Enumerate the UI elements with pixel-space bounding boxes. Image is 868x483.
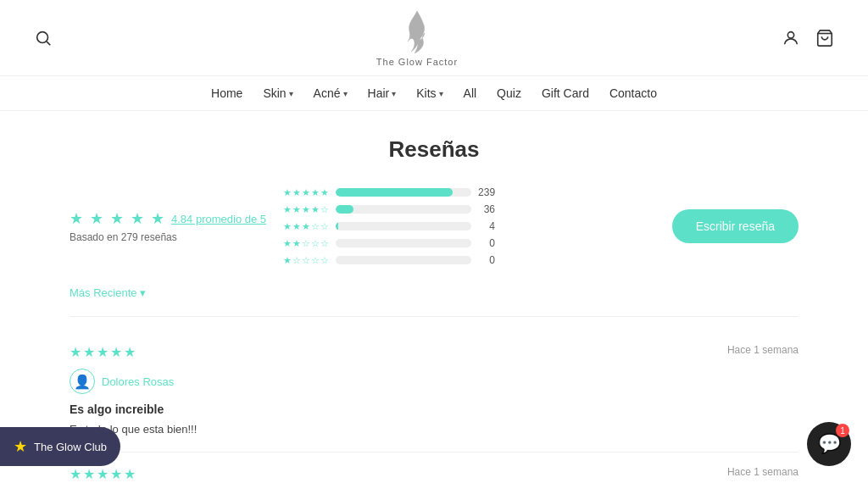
star-icon: ★ — [292, 187, 301, 198]
star-2: ★ — [90, 209, 103, 228]
review-body: Es todo lo que esta bien!!! — [70, 421, 798, 438]
chat-widget[interactable]: 💬 1 — [807, 422, 851, 466]
reviewer-info: ★★★★★ 👤 Dolores Rosas — [70, 344, 174, 394]
star-icon: ★ — [283, 187, 292, 198]
write-review-section: Escribir reseña — [672, 209, 798, 243]
review-date: Hace 1 semana — [727, 466, 798, 478]
star-icon: ★ — [110, 344, 122, 360]
star-icon: ★ — [70, 466, 81, 482]
rating-bar-row-4: ★★★★☆36 — [283, 203, 655, 215]
based-on-text: Basado en 279 reseñas — [70, 231, 266, 243]
chevron-down-icon: ▾ — [343, 89, 348, 98]
glow-club-widget[interactable]: ★ The Glow Club — [0, 427, 120, 466]
search-icon[interactable] — [34, 29, 53, 47]
star-icon: ☆ — [311, 238, 320, 249]
chevron-down-icon: ▾ — [392, 89, 396, 98]
nav-item-hair[interactable]: Hair▾ — [368, 86, 397, 100]
glow-club-label: The Glow Club — [34, 441, 107, 453]
reviews-list: ★★★★★ 👤 Dolores Rosas Hace 1 semana Es a… — [70, 330, 798, 483]
star-icon: ★ — [110, 466, 122, 482]
sort-label-text: Más Reciente — [70, 286, 136, 299]
bar-count: 0 — [478, 237, 495, 249]
logo[interactable]: The Glow Factor — [376, 9, 458, 67]
svg-point-2 — [787, 31, 793, 37]
sort-dropdown[interactable]: Más Reciente ▾ — [70, 286, 146, 299]
bar-background — [336, 222, 471, 230]
review-stars: ★★★★★ — [70, 466, 178, 482]
star-icon: ★ — [283, 204, 292, 215]
star-icon: ★ — [302, 187, 310, 198]
star-icon: ☆ — [311, 255, 320, 266]
star-icon: ★ — [292, 238, 301, 249]
star-icon: ★ — [311, 204, 320, 215]
avg-rating-link[interactable]: 4.84 promedio de 5 — [171, 213, 266, 225]
avatar: 👤 — [70, 369, 95, 394]
nav-item-kits[interactable]: Kits▾ — [416, 86, 442, 100]
star-icon: ★ — [311, 187, 320, 198]
star-1: ★ — [70, 209, 83, 228]
star-icon: ★ — [124, 344, 136, 360]
header-left — [34, 29, 53, 47]
star-icon: ☆ — [292, 255, 301, 266]
star-icon: ★ — [320, 187, 329, 198]
nav-item-all[interactable]: All — [464, 86, 477, 100]
star-icon: ★ — [302, 204, 310, 215]
main-content: Reseñas ★ ★ ★ ★ ★ 4.84 promedio de 5 Bas… — [53, 111, 815, 483]
star-icon: ☆ — [302, 238, 310, 249]
chat-button[interactable]: 💬 1 — [807, 422, 851, 466]
star-icon: ☆ — [320, 221, 329, 232]
star-3: ★ — [110, 209, 124, 228]
review-title: Es algo increible — [70, 402, 798, 416]
star-icon: ☆ — [311, 221, 320, 232]
nav-item-home[interactable]: Home — [211, 86, 242, 100]
nav-item-quiz[interactable]: Quiz — [497, 86, 521, 100]
bar-fill — [336, 205, 353, 214]
chat-badge: 1 — [836, 424, 849, 437]
star-icon: ★ — [283, 255, 292, 266]
reviewer-name[interactable]: Dolores Rosas — [102, 375, 174, 388]
svg-line-1 — [47, 42, 50, 45]
nav-item-skin[interactable]: Skin▾ — [263, 86, 292, 100]
rating-stars: ★★☆☆☆ — [283, 238, 329, 249]
nav-item-contacto[interactable]: Contacto — [609, 86, 657, 100]
rating-stars: ★★★☆☆ — [283, 221, 329, 232]
star-icon: ☆ — [320, 238, 329, 249]
bar-background — [336, 256, 471, 264]
nav-item-giftcard[interactable]: Gift Card — [542, 86, 589, 100]
chevron-down-icon: ▾ — [439, 89, 443, 98]
sort-section: Más Reciente ▾ — [70, 286, 798, 299]
star-icon: ★ — [283, 238, 292, 249]
star-5: ★ — [151, 209, 164, 228]
write-review-button[interactable]: Escribir reseña — [672, 209, 798, 243]
sort-chevron-icon: ▾ — [140, 286, 146, 299]
review-header: ★★★★★ 👤 Dolores Rosas Hace 1 semana — [70, 344, 798, 394]
main-nav: Home Skin▾ Acné▾ Hair▾ Kits▾ All Quiz Gi… — [0, 76, 868, 111]
bar-fill — [336, 188, 453, 197]
page-title: Reseñas — [70, 136, 798, 163]
rating-bar-row-3: ★★★☆☆4 — [283, 220, 655, 232]
chevron-down-icon: ▾ — [289, 89, 293, 98]
avatar-icon: 👤 — [74, 374, 91, 390]
rating-bars: ★★★★★239★★★★☆36★★★☆☆4★★☆☆☆0★☆☆☆☆0 — [283, 186, 655, 266]
reviewer-name-row: 👤 Dolores Rosas — [70, 369, 174, 394]
star-4: ★ — [131, 209, 144, 228]
star-icon: ☆ — [320, 255, 329, 266]
bar-background — [336, 188, 471, 197]
rating-stars: ★★★★★ — [283, 187, 329, 198]
review-stars: ★★★★★ — [70, 344, 174, 360]
star-icon: ★ — [292, 221, 301, 232]
star-icon: ★ — [302, 221, 310, 232]
reviewer-info: ★★★★★ 👤 Jimena Carchio — [70, 466, 178, 484]
review-card: ★★★★★ 👤 Dolores Rosas Hace 1 semana Es a… — [70, 330, 798, 452]
logo-icon — [396, 9, 438, 60]
header-right — [782, 29, 834, 47]
account-icon[interactable] — [782, 29, 800, 47]
avg-stars: ★ ★ ★ ★ ★ 4.84 promedio de 5 — [70, 209, 266, 228]
summary-left: ★ ★ ★ ★ ★ 4.84 promedio de 5 Basado en 2… — [70, 209, 266, 243]
cart-icon[interactable] — [815, 29, 834, 47]
rating-bar-row-1: ★☆☆☆☆0 — [283, 254, 655, 266]
nav-item-acne[interactable]: Acné▾ — [314, 86, 348, 100]
bar-background — [336, 205, 471, 214]
star-icon: ★ — [97, 344, 108, 360]
logo-text-the: The Glow Factor — [376, 57, 458, 67]
